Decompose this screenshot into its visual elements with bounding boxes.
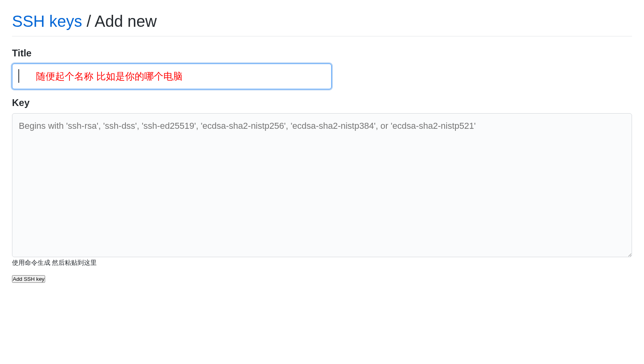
key-textarea[interactable] bbox=[12, 113, 632, 257]
key-textarea-wrapper: 使用命令生成 然后粘贴到这里 bbox=[12, 113, 632, 267]
add-ssh-key-button[interactable]: Add SSH key bbox=[12, 275, 45, 283]
key-form-group: Key 使用命令生成 然后粘贴到这里 bbox=[12, 97, 632, 267]
key-label: Key bbox=[12, 97, 632, 108]
title-input[interactable] bbox=[12, 64, 332, 89]
title-label: Title bbox=[12, 48, 632, 59]
page-header: SSH keys / Add new bbox=[12, 11, 632, 36]
page-title: SSH keys / Add new bbox=[12, 11, 632, 31]
key-annotation: 使用命令生成 然后粘贴到这里 bbox=[12, 259, 97, 266]
title-input-wrapper: 随便起个名称 比如是你的哪个电脑 bbox=[12, 64, 332, 89]
breadcrumb-link-ssh-keys[interactable]: SSH keys bbox=[12, 12, 82, 30]
title-form-group: Title 随便起个名称 比如是你的哪个电脑 bbox=[12, 48, 632, 89]
breadcrumb-current: Add new bbox=[95, 12, 157, 30]
breadcrumb-separator: / bbox=[82, 12, 95, 30]
